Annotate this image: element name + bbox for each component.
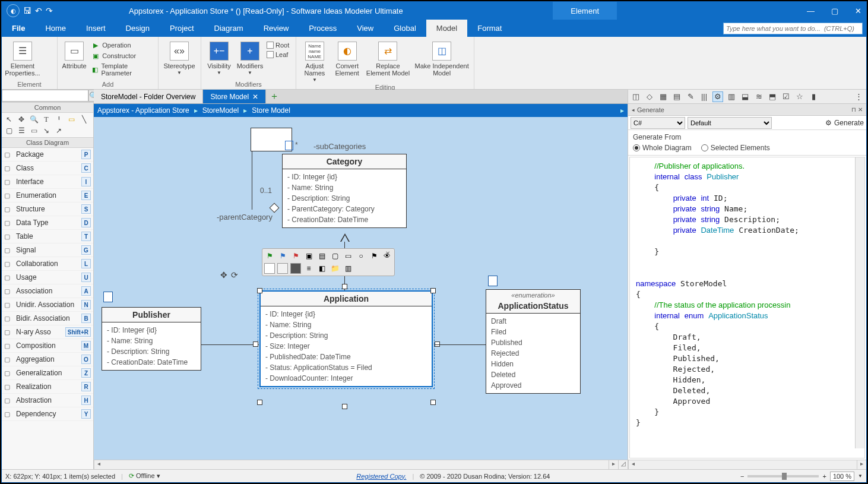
palette-item[interactable]: ▢StructureS bbox=[2, 203, 93, 216]
move-tool-icon[interactable]: ✥ bbox=[16, 115, 27, 124]
window-icon[interactable]: ▣ bbox=[303, 251, 314, 261]
tool14-icon[interactable]: ▮ bbox=[808, 91, 819, 102]
palette-icon[interactable]: ◧ bbox=[316, 263, 327, 274]
circle-icon[interactable]: ○ bbox=[356, 251, 366, 261]
attribute-row[interactable]: Deleted bbox=[491, 369, 575, 380]
code-hscroll[interactable]: ◂▸ bbox=[628, 460, 866, 469]
minimize-icon[interactable]: — bbox=[807, 7, 815, 15]
uml-enum-applicationstatus[interactable]: «enumeration» ApplicationStatus DraftFil… bbox=[486, 289, 581, 394]
zoom-tool-icon[interactable]: 🔍 bbox=[28, 115, 39, 124]
palette-classdiagram-header[interactable]: Class Diagram bbox=[2, 137, 93, 148]
attribute-row[interactable]: - CreationDate: DateTime bbox=[287, 214, 401, 225]
palette-item[interactable]: ▢Data TypeD bbox=[2, 216, 93, 230]
whole-diagram-radio[interactable]: Whole Diagram bbox=[633, 144, 692, 152]
menu-format[interactable]: Format bbox=[467, 20, 512, 37]
diagram-canvas[interactable]: 0..1 * -subCategories -parentCategory Ca… bbox=[94, 117, 628, 469]
flag2-icon[interactable]: ⚑ bbox=[369, 251, 379, 261]
folder-icon[interactable]: 📁 bbox=[330, 263, 340, 274]
folder-tool-icon[interactable]: ▭ bbox=[66, 115, 77, 124]
offline-status[interactable]: ⟳ Offline ▾ bbox=[129, 472, 160, 480]
attribute-row[interactable]: - DownloadCounter: Integer bbox=[265, 373, 427, 384]
note-icon[interactable] bbox=[488, 276, 498, 286]
tool1-icon[interactable]: ◫ bbox=[631, 91, 641, 102]
attribute-row[interactable]: Hidden bbox=[491, 359, 575, 369]
palette-common-header[interactable]: Common bbox=[2, 102, 93, 113]
attribute-row[interactable]: - Status: ApplicationStatus = Filed bbox=[265, 362, 427, 373]
palette-item[interactable]: ▢TableT bbox=[2, 230, 93, 243]
palette-item[interactable]: ▢AssociationA bbox=[2, 284, 93, 298]
menu-view[interactable]: View bbox=[347, 20, 384, 37]
resize-handle[interactable] bbox=[430, 288, 436, 293]
palette-item[interactable]: ▢GeneralizationZ bbox=[2, 366, 93, 380]
menu-project[interactable]: Project bbox=[160, 20, 204, 37]
uml-class-category[interactable]: Category - ID: Integer {id}- Name: Strin… bbox=[282, 154, 407, 228]
attribute-row[interactable]: Approved bbox=[491, 380, 575, 391]
zoom-in-button[interactable]: + bbox=[822, 473, 826, 480]
palette-item[interactable]: ▢DependencyY bbox=[2, 407, 93, 421]
rect-tool-icon[interactable]: ▭ bbox=[28, 126, 39, 135]
tool2-icon[interactable]: ◇ bbox=[644, 91, 655, 102]
save-icon[interactable]: 🖫 bbox=[23, 6, 31, 15]
template-parameter-button[interactable]: ◧Template Parameter bbox=[90, 62, 154, 77]
toolbar-close-icon[interactable]: ✕ bbox=[382, 248, 393, 258]
template-select[interactable]: Default bbox=[688, 117, 772, 129]
visibility-button[interactable]: +−Visibility▼ bbox=[205, 40, 233, 77]
modifiers-button[interactable]: +Modifiers▼ bbox=[236, 40, 264, 77]
palette-item[interactable]: ▢N-ary AssoShift+R bbox=[2, 325, 93, 339]
pointer-tool-icon[interactable]: ↖ bbox=[4, 115, 14, 124]
flag-green-icon[interactable]: ⚑ bbox=[264, 251, 275, 261]
list-tool-icon[interactable]: ☰ bbox=[16, 126, 27, 135]
resize-handle[interactable] bbox=[342, 404, 347, 409]
resize-handle[interactable] bbox=[253, 341, 258, 347]
palette-item[interactable]: ▢SignalG bbox=[2, 243, 93, 257]
palette-item[interactable]: ▢InterfaceI bbox=[2, 175, 93, 189]
palette-item[interactable]: ▢EnumerationE bbox=[2, 189, 93, 203]
palette-item[interactable]: ▢CompositionM bbox=[2, 339, 93, 353]
breadcrumb-item[interactable]: StoreModel bbox=[202, 106, 239, 115]
language-select[interactable]: C# bbox=[631, 117, 685, 129]
tool13-icon[interactable]: ☆ bbox=[794, 91, 805, 102]
flag-red-icon[interactable]: ⚑ bbox=[290, 251, 301, 261]
attribute-row[interactable]: - Description: String bbox=[287, 193, 401, 204]
make-independent-button[interactable]: ◫Make Independent Model bbox=[413, 40, 470, 77]
panel-menu-icon[interactable]: ⋮ bbox=[853, 91, 864, 102]
line-tool-icon[interactable]: ╲ bbox=[78, 115, 89, 124]
help-search-input[interactable] bbox=[723, 23, 863, 34]
tool4-icon[interactable]: ▤ bbox=[671, 91, 682, 102]
palette-item[interactable]: ▢AggregationO bbox=[2, 353, 93, 366]
uml-class-application[interactable]: Application - ID: Integer {id}- Name: St… bbox=[259, 290, 433, 387]
palette-item[interactable]: ▢ClassC bbox=[2, 162, 93, 175]
attribute-row[interactable]: Published bbox=[491, 337, 575, 348]
generate-header[interactable]: ◂Generate⊓ ✕ bbox=[628, 104, 866, 116]
menu-design[interactable]: Design bbox=[116, 20, 160, 37]
canvas-hscroll[interactable]: ◂▸◿ bbox=[94, 460, 628, 469]
color-dark[interactable] bbox=[290, 263, 301, 274]
resize-handle[interactable] bbox=[257, 400, 262, 405]
palette-search-input[interactable] bbox=[2, 90, 88, 102]
palette-item[interactable]: ▢RealizationR bbox=[2, 380, 93, 394]
zoom-value[interactable]: 100 % bbox=[830, 472, 854, 481]
tool11-icon[interactable]: ⬒ bbox=[767, 91, 778, 102]
screen-icon[interactable]: ▢ bbox=[330, 251, 340, 261]
color-light[interactable] bbox=[277, 263, 288, 274]
attribute-row[interactable]: Rejected bbox=[491, 348, 575, 359]
operation-button[interactable]: ▶Operation bbox=[90, 40, 154, 50]
tool5-icon[interactable]: ✎ bbox=[685, 91, 696, 102]
resize-handle[interactable] bbox=[342, 284, 347, 289]
uml-class-publisher[interactable]: Publisher - ID: Integer {id}- Name: Stri… bbox=[102, 307, 201, 371]
generate-button[interactable]: ⚙Generate bbox=[825, 119, 864, 127]
conn1-icon[interactable]: ↘ bbox=[41, 126, 52, 135]
app-logo-icon[interactable]: ◐ bbox=[7, 4, 20, 17]
tab-folder-overview[interactable]: StoreModel - Folder Overview bbox=[94, 90, 203, 103]
redo-icon[interactable]: ↷ bbox=[46, 6, 53, 15]
maximize-icon[interactable]: ▢ bbox=[831, 7, 838, 15]
breadcrumb-item[interactable]: Appstorex - Application Store bbox=[97, 106, 189, 115]
zoom-out-button[interactable]: − bbox=[740, 473, 744, 480]
code-vscroll[interactable] bbox=[855, 157, 864, 448]
attribute-row[interactable]: - ID: Integer {id} bbox=[107, 325, 196, 336]
adjust-names-button[interactable]: NamenameNAMEAdjust Names▼ bbox=[300, 40, 330, 84]
palette-item[interactable]: ▢UsageU bbox=[2, 271, 93, 284]
stereotype-button[interactable]: «»Stereotype▼ bbox=[162, 40, 197, 77]
replace-element-button[interactable]: ⇄Replace Element Model bbox=[365, 40, 411, 77]
tool9-icon[interactable]: ⬓ bbox=[740, 91, 750, 102]
